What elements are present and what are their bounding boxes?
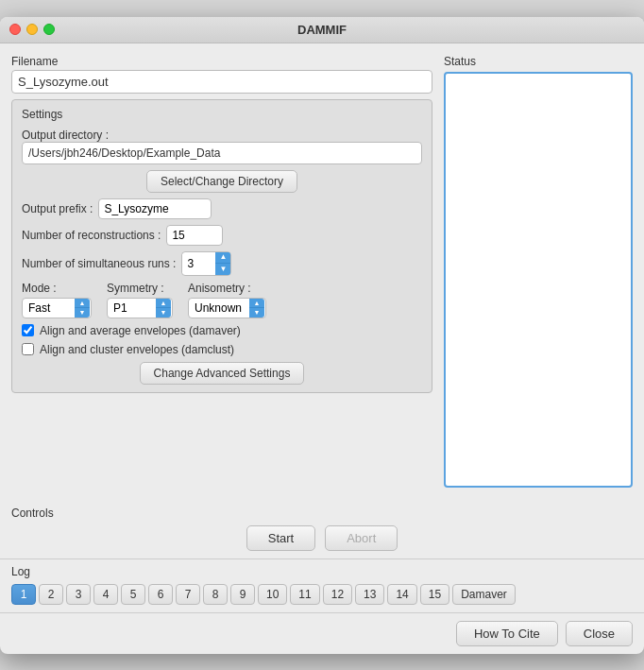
output-directory-input[interactable] — [22, 142, 422, 164]
filename-section: Filename — [11, 55, 432, 94]
bottom-bar: How To Cite Close — [0, 612, 644, 654]
status-label: Status — [444, 55, 633, 68]
log-tab-3[interactable]: 3 — [66, 584, 91, 605]
num-reconstructions-input[interactable] — [166, 225, 223, 246]
output-prefix-row: Output prefix : — [22, 198, 422, 219]
align-cluster-label: Align and cluster envelopes (damclust) — [40, 343, 234, 356]
align-avg-checkbox[interactable] — [22, 324, 34, 336]
select-dir-btn-container: Select/Change Directory — [22, 170, 422, 193]
output-prefix-input[interactable] — [98, 198, 212, 219]
close-button[interactable]: Close — [566, 621, 633, 646]
status-box — [444, 72, 633, 488]
log-tab-damaver[interactable]: Damaver — [452, 584, 516, 605]
symmetry-label: Symmetry : — [107, 282, 173, 295]
settings-section: Settings Output directory : Select/Chang… — [11, 99, 432, 393]
status-panel: Status — [444, 55, 633, 488]
main-content: Filename Settings Output directory : Sel… — [0, 43, 644, 499]
symmetry-col: Symmetry : P1 P2 P3 P4 ▲ ▼ — [107, 282, 173, 318]
mode-select[interactable]: Fast Slow Custom — [22, 298, 92, 318]
advanced-btn-container: Change Advanced Settings — [22, 362, 422, 385]
align-cluster-checkbox[interactable] — [22, 343, 34, 355]
log-tab-13[interactable]: 13 — [355, 584, 384, 605]
how-to-cite-button[interactable]: How To Cite — [456, 621, 558, 646]
titlebar: DAMMIF — [0, 17, 644, 43]
mode-select-wrapper: Fast Slow Custom ▲ ▼ — [22, 298, 92, 318]
spinner-down-arrow[interactable]: ▼ — [215, 264, 230, 275]
maximize-traffic-light[interactable] — [43, 24, 55, 35]
settings-label: Settings — [22, 108, 422, 121]
window-title: DAMMIF — [297, 23, 347, 37]
align-avg-label: Align and average envelopes (damaver) — [40, 324, 241, 337]
num-simultaneous-spinner[interactable]: ▲ ▼ — [181, 251, 231, 276]
advanced-settings-button[interactable]: Change Advanced Settings — [140, 362, 305, 385]
log-tab-4[interactable]: 4 — [93, 584, 118, 605]
log-tab-7[interactable]: 7 — [176, 584, 200, 605]
mode-label: Mode : — [22, 282, 92, 295]
num-simultaneous-label: Number of simultaneous runs : — [22, 257, 176, 270]
align-cluster-row: Align and cluster envelopes (damclust) — [22, 343, 422, 356]
log-tab-6[interactable]: 6 — [148, 584, 173, 605]
num-reconstructions-row: Number of reconstructions : — [22, 225, 422, 246]
log-label: Log — [11, 565, 633, 578]
symmetry-select-wrapper: P1 P2 P3 P4 ▲ ▼ — [107, 298, 173, 318]
mode-symmetry-anisometry-row: Mode : Fast Slow Custom ▲ ▼ — [22, 282, 422, 318]
log-tabs: 123456789101112131415Damaver — [11, 584, 633, 605]
log-tab-9[interactable]: 9 — [230, 584, 255, 605]
log-tab-8[interactable]: 8 — [203, 584, 228, 605]
log-tab-15[interactable]: 15 — [420, 584, 449, 605]
log-tab-1[interactable]: 1 — [11, 584, 36, 605]
filename-input[interactable] — [11, 70, 432, 94]
log-tab-12[interactable]: 12 — [323, 584, 352, 605]
num-simultaneous-row: Number of simultaneous runs : ▲ ▼ — [22, 251, 422, 276]
traffic-lights — [9, 24, 55, 35]
controls-buttons: Start Abort — [11, 525, 633, 551]
num-simultaneous-input[interactable] — [182, 254, 215, 273]
num-reconstructions-label: Number of reconstructions : — [22, 229, 161, 242]
spinner-arrows: ▲ ▼ — [215, 252, 230, 275]
spinner-up-arrow[interactable]: ▲ — [215, 252, 230, 264]
output-directory-label: Output directory : — [22, 129, 422, 142]
log-tab-11[interactable]: 11 — [290, 584, 319, 605]
log-section: Log 123456789101112131415Damaver — [0, 558, 644, 612]
main-window: DAMMIF Filename Settings Output director… — [0, 17, 644, 654]
left-panel: Filename Settings Output directory : Sel… — [11, 55, 432, 488]
anisometry-select[interactable]: Unknown Prolate Oblate — [188, 298, 266, 318]
symmetry-select[interactable]: P1 P2 P3 P4 — [107, 298, 173, 318]
close-traffic-light[interactable] — [9, 24, 21, 35]
mode-col: Mode : Fast Slow Custom ▲ ▼ — [22, 282, 92, 318]
anisometry-col: Anisometry : Unknown Prolate Oblate ▲ ▼ — [188, 282, 266, 318]
abort-button[interactable]: Abort — [325, 525, 398, 551]
anisometry-label: Anisometry : — [188, 282, 266, 295]
output-prefix-label: Output prefix : — [22, 202, 93, 215]
output-directory-row: Output directory : — [22, 129, 422, 164]
filename-label: Filename — [11, 55, 432, 68]
log-tab-2[interactable]: 2 — [39, 584, 63, 605]
minimize-traffic-light[interactable] — [26, 24, 38, 35]
controls-label: Controls — [11, 507, 633, 520]
controls-section: Controls Start Abort — [0, 499, 644, 558]
log-tab-14[interactable]: 14 — [387, 584, 416, 605]
log-tab-10[interactable]: 10 — [258, 584, 287, 605]
start-button[interactable]: Start — [246, 525, 315, 551]
anisometry-select-wrapper: Unknown Prolate Oblate ▲ ▼ — [188, 298, 266, 318]
select-directory-button[interactable]: Select/Change Directory — [146, 170, 297, 193]
log-tab-5[interactable]: 5 — [121, 584, 145, 605]
align-avg-row: Align and average envelopes (damaver) — [22, 324, 422, 337]
